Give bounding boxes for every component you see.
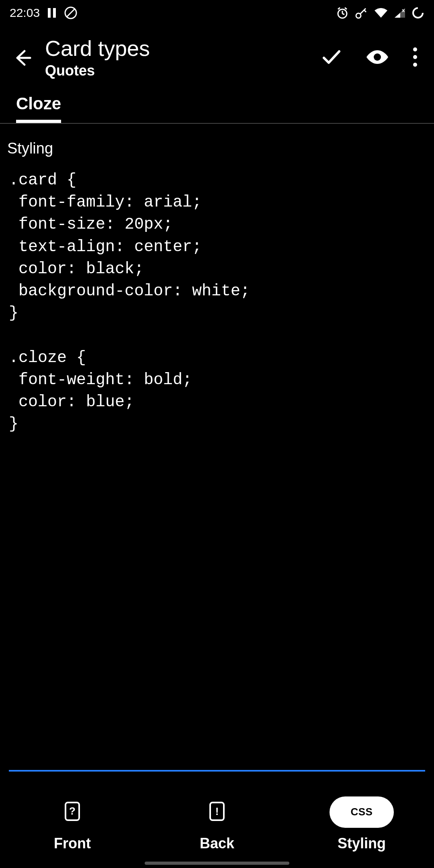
nav-front[interactable]: ? Front — [1, 796, 144, 852]
css-icon: CSS — [351, 806, 373, 818]
pause-icon — [47, 7, 57, 18]
svg-text:!: ! — [215, 805, 219, 817]
nav-front-label: Front — [54, 835, 91, 852]
svg-point-15 — [413, 47, 417, 51]
signal-icon: x — [394, 7, 406, 18]
back-card-icon: ! — [209, 801, 225, 823]
gesture-bar — [145, 862, 289, 865]
svg-text:x: x — [402, 7, 405, 13]
preview-button[interactable] — [365, 49, 390, 67]
svg-point-17 — [413, 63, 417, 67]
page-title: Card types — [45, 37, 320, 60]
svg-line-7 — [338, 8, 340, 9]
key-icon — [354, 6, 368, 20]
nav-styling[interactable]: CSS Styling — [290, 796, 433, 852]
svg-rect-0 — [48, 8, 51, 18]
wifi-icon — [374, 7, 388, 18]
back-button[interactable] — [8, 48, 37, 68]
status-clock: 22:03 — [10, 6, 40, 20]
svg-rect-1 — [53, 8, 56, 18]
loading-ring-icon — [411, 6, 424, 19]
svg-line-8 — [345, 8, 347, 9]
card-type-tabs: Cloze — [0, 90, 434, 124]
app-bar: Card types Quotes — [0, 26, 434, 90]
bottom-nav: ? Front ! Back CSS Styling — [0, 780, 434, 868]
svg-line-11 — [364, 10, 366, 12]
svg-line-6 — [342, 14, 344, 14]
styling-editor[interactable] — [9, 169, 425, 772]
svg-point-14 — [374, 53, 381, 61]
section-label-styling: Styling — [0, 124, 434, 169]
tab-cloze[interactable]: Cloze — [16, 94, 61, 123]
nav-back[interactable]: ! Back — [145, 796, 289, 852]
confirm-button[interactable] — [320, 46, 342, 70]
page-subtitle: Quotes — [45, 62, 320, 79]
overflow-menu-button[interactable] — [412, 47, 418, 69]
nav-back-label: Back — [200, 835, 234, 852]
svg-point-16 — [413, 55, 417, 59]
svg-line-3 — [67, 9, 75, 17]
globe-block-icon — [64, 6, 78, 20]
status-bar: 22:03 x — [0, 0, 434, 26]
front-card-icon: ? — [64, 801, 81, 823]
svg-text:?: ? — [69, 805, 76, 817]
nav-styling-label: Styling — [338, 835, 386, 852]
alarm-icon — [336, 6, 349, 19]
svg-point-13 — [413, 8, 423, 18]
